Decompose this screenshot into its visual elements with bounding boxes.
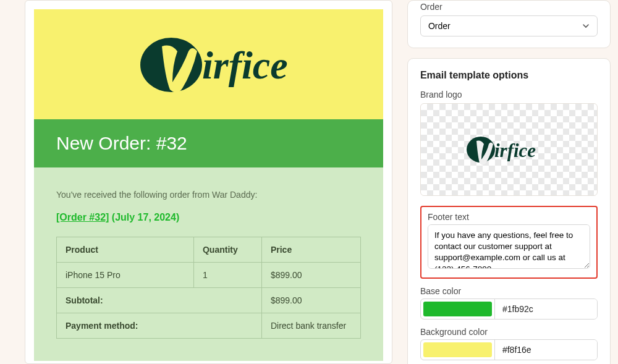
brand-logo: irfice [128,22,289,102]
payment-row: Payment method: Direct bank transfer [57,313,361,339]
col-quantity: Quantity [193,237,261,263]
base-color-field[interactable]: #1fb92c [420,298,598,320]
base-color-swatch[interactable] [421,299,495,319]
email-preview-panel: irfice New Order: #32 You've received th… [25,0,392,364]
payment-value: Direct bank transfer [261,313,360,339]
bg-color-field[interactable]: #f8f16e [420,339,598,360]
table-row: iPhone 15 Pro 1 $899.00 [57,263,361,288]
payment-label: Payment method: [57,313,262,339]
order-field-label: Order [420,2,598,12]
base-color-hex[interactable]: #1fb92c [495,299,597,319]
order-date-text: (July 17, 2024) [112,212,179,222]
subtotal-label: Subtotal: [57,288,262,313]
svg-text:irfice: irfice [494,140,536,161]
order-items-table: Product Quantity Price iPhone 15 Pro 1 $… [56,237,361,339]
subtotal-row: Subtotal: $899.00 [57,288,361,313]
col-price: Price [261,237,360,263]
email-order-body: You've received the following order from… [34,167,383,361]
svg-text:irfice: irfice [202,43,288,87]
brand-logo-thumb: irfice [462,131,555,168]
base-color-label: Base color [420,286,598,296]
bg-color-swatch[interactable] [421,340,495,360]
cell-price: $899.00 [261,263,360,288]
col-product: Product [57,237,194,263]
email-intro-text: You've received the following order from… [56,190,361,200]
footer-text-label: Footer text [428,212,590,222]
bg-color-label: Background color [420,327,598,337]
template-options-title: Email template options [420,70,598,81]
order-select-card: Order Order [407,0,611,48]
settings-sidebar: Order Order Email template options Brand… [407,0,611,364]
brand-logo-label: Brand logo [420,90,598,99]
subtotal-value: $899.00 [261,288,360,313]
email-canvas: irfice New Order: #32 You've received th… [34,9,383,355]
cell-quantity: 1 [193,263,261,288]
footer-text-group: Footer text [420,206,598,279]
email-order-link-row: [Order #32] (July 17, 2024) [56,212,361,223]
email-order-header: New Order: #32 [34,119,383,167]
footer-text-input[interactable] [428,224,590,269]
order-select[interactable]: Order [420,15,598,36]
order-link[interactable]: [Order #32] [56,212,109,222]
bg-color-hex[interactable]: #f8f16e [495,340,597,360]
brand-logo-area: irfice [34,9,383,119]
brand-logo-upload[interactable]: irfice [420,103,598,196]
template-options-card: Email template options Brand logo irfice… [407,58,611,364]
cell-product: iPhone 15 Pro [57,263,194,288]
